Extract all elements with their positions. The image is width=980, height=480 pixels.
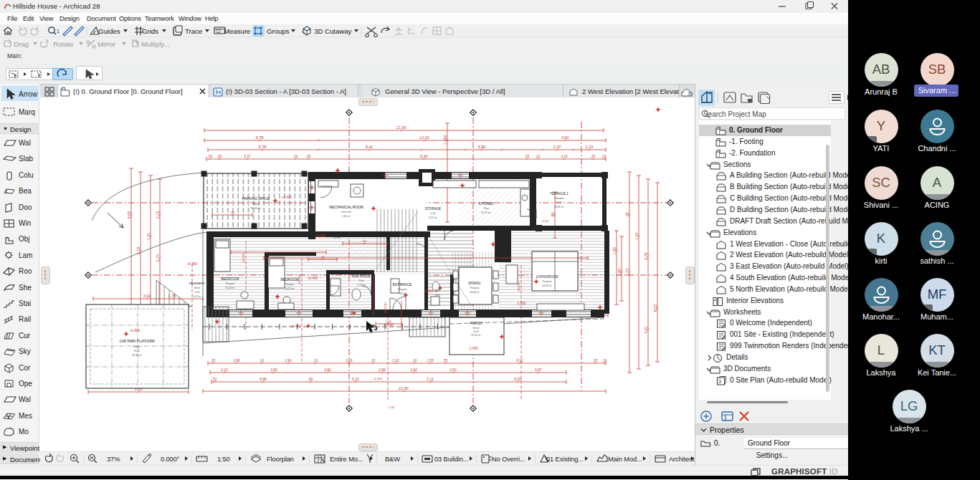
svg-text:+1.800: +1.800	[130, 329, 141, 332]
svg-text:.90: .90	[230, 211, 234, 214]
svg-text:.55: .55	[443, 359, 448, 363]
svg-text:3: 3	[718, 379, 721, 384]
svg-text:16.50 m²: 16.50 m²	[285, 287, 295, 290]
svg-text:PORCH: PORCH	[470, 322, 482, 325]
svg-text:-0.350: -0.350	[374, 377, 383, 380]
svg-text:1: 1	[57, 29, 60, 34]
svg-text:.16: .16	[602, 359, 607, 363]
svg-text:90/210: 90/210	[242, 253, 245, 262]
svg-text:6.43: 6.43	[474, 330, 479, 333]
svg-text:2.10: 2.10	[393, 359, 399, 363]
svg-text:1.44: 1.44	[634, 233, 639, 241]
svg-text:8.41: 8.41	[366, 145, 374, 149]
svg-text:5.47 m²: 5.47 m²	[193, 295, 201, 298]
svg-text:21.90: 21.90	[399, 386, 409, 390]
svg-text:5.78: 5.78	[256, 135, 264, 140]
svg-text:Parquet: Parquet	[226, 282, 235, 285]
svg-text:13.06 m²: 13.06 m²	[470, 291, 480, 294]
svg-text:.80: .80	[551, 212, 555, 218]
svg-text:20.95 m²: 20.95 m²	[471, 334, 482, 337]
svg-text:12: 12	[216, 29, 222, 34]
svg-text:−0.02: −0.02	[541, 219, 549, 223]
svg-text:±0.000: ±0.000	[315, 234, 325, 238]
svg-text:.10: .10	[313, 359, 318, 363]
svg-text:2.50: 2.50	[449, 368, 457, 372]
svg-text:3.78: 3.78	[644, 253, 648, 261]
svg-text:3D: 3D	[688, 92, 693, 96]
svg-text:5.78: 5.78	[259, 145, 267, 149]
svg-text:Stone: Stone	[252, 203, 260, 206]
svg-text:1.30: 1.30	[389, 405, 395, 409]
svg-text:Stone: Stone	[194, 287, 201, 289]
svg-text:+0.420: +0.420	[282, 196, 292, 199]
svg-text:DAD ROOM: DAD ROOM	[352, 274, 370, 278]
svg-text:0.44: 0.44	[195, 291, 200, 294]
svg-text:5.05: 5.05	[127, 211, 131, 219]
svg-text:.16: .16	[601, 155, 606, 158]
svg-text:1.55: 1.55	[427, 359, 434, 363]
svg-text:2.74: 2.74	[156, 254, 160, 262]
svg-text:2.90: 2.90	[285, 359, 292, 363]
svg-text:.10: .10	[260, 359, 265, 363]
svg-text:BEDROOM: BEDROOM	[222, 277, 239, 281]
svg-text:7.23 m²: 7.23 m²	[357, 284, 366, 287]
svg-text:+0.470: +0.470	[290, 325, 301, 328]
svg-text:BEDROOM: BEDROOM	[281, 278, 299, 282]
svg-text:Stone: Stone	[472, 327, 479, 330]
svg-text:LIVINGROOM: LIVINGROOM	[536, 275, 558, 279]
svg-text:6.67: 6.67	[535, 368, 542, 372]
svg-text:.25: .25	[211, 359, 216, 363]
svg-text:5.03: 5.03	[514, 377, 521, 381]
svg-text:.90: .90	[362, 239, 366, 243]
svg-text:15.44 m²: 15.44 m²	[225, 287, 236, 289]
svg-text:ENTRANCE: ENTRANCE	[393, 283, 411, 287]
svg-text:+0.450: +0.450	[308, 277, 318, 280]
svg-text:80/210: 80/210	[517, 282, 520, 291]
svg-text:.10: .10	[293, 155, 298, 158]
svg-text:TERRACE 1: TERRACE 1	[550, 192, 569, 196]
svg-text:Stone: Stone	[133, 345, 140, 348]
svg-text:Tiles: Tiles	[483, 207, 489, 210]
svg-text:Concrete: Concrete	[341, 211, 352, 213]
svg-text:5.37: 5.37	[244, 155, 251, 158]
svg-text:CORRIDOR: CORRIDOR	[327, 231, 346, 235]
svg-text:KITCHEN: KITCHEN	[478, 202, 494, 206]
svg-text:3.60: 3.60	[561, 135, 569, 140]
svg-text:.25: .25	[306, 155, 311, 158]
svg-text:1.23: 1.23	[586, 145, 594, 149]
svg-text:100/210: 100/210	[384, 302, 387, 314]
svg-text:.25: .25	[625, 212, 629, 218]
svg-text:-0.350: -0.350	[384, 323, 394, 327]
svg-text:20.39 m²: 20.39 m²	[542, 284, 553, 287]
svg-text:CAR PARK PLATFORM: CAR PARK PLATFORM	[119, 340, 154, 343]
svg-text:-1.500: -1.500	[516, 302, 525, 305]
svg-text:90/210: 90/210	[298, 274, 301, 284]
svg-text:Tiles: Tiles	[434, 294, 440, 297]
svg-text:35.34 m²: 35.34 m²	[251, 207, 262, 210]
svg-text:Tiles: Tiles	[358, 279, 364, 282]
svg-text:7.49 m²: 7.49 m²	[332, 236, 341, 239]
svg-text:.10: .10	[371, 359, 376, 363]
svg-text:PAVEMENT: PAVEMENT	[189, 282, 206, 285]
svg-text:Parquet: Parquet	[543, 280, 552, 283]
svg-text:2.15: 2.15	[156, 211, 160, 219]
svg-text:4.01: 4.01	[644, 326, 648, 334]
svg-text:12.02: 12.02	[419, 135, 429, 140]
svg-text:STORAGE: STORAGE	[425, 207, 441, 211]
svg-text:8.88: 8.88	[260, 377, 267, 381]
svg-text:.10: .10	[536, 155, 541, 158]
svg-text:.50: .50	[208, 155, 213, 158]
svg-text:Parquet: Parquet	[285, 283, 295, 286]
svg-text:.25: .25	[217, 155, 222, 158]
svg-text:3.25 m²: 3.25 m²	[429, 216, 438, 219]
svg-text:.25: .25	[525, 155, 530, 158]
svg-text:1.50: 1.50	[612, 247, 617, 255]
svg-text:.60: .60	[308, 377, 313, 381]
svg-text:E-02: E-02	[556, 201, 562, 204]
svg-text:WC: WC	[434, 289, 439, 292]
svg-text:Parquet: Parquet	[398, 288, 407, 291]
svg-text:.25: .25	[593, 359, 598, 363]
svg-text:2.88: 2.88	[234, 359, 240, 363]
svg-text:E-05: E-05	[134, 350, 140, 352]
svg-text:.51: .51	[212, 377, 217, 381]
